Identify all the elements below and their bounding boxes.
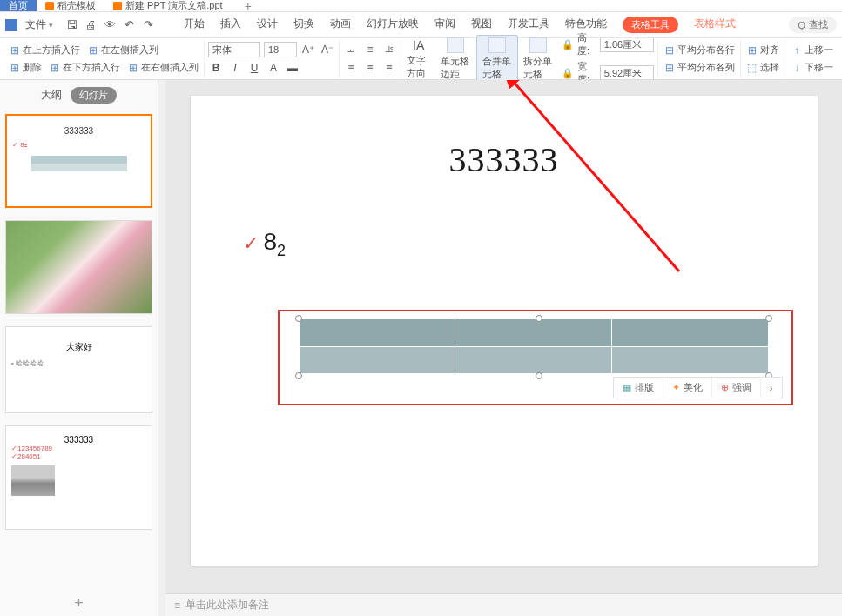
merge-cells-button[interactable]: 合并单元格 bbox=[476, 35, 518, 84]
search-box[interactable]: Q 查找 bbox=[789, 17, 837, 33]
menu-table-style[interactable]: 表格样式 bbox=[694, 17, 736, 33]
cols-icon: ⊟ bbox=[663, 62, 676, 74]
preview-icon[interactable]: 👁 bbox=[103, 18, 117, 32]
menu-design[interactable]: 设计 bbox=[257, 17, 278, 33]
resize-handle[interactable] bbox=[536, 315, 542, 322]
align-icon: ⊞ bbox=[746, 44, 758, 57]
slide-bullet[interactable]: ✓82 bbox=[243, 228, 286, 260]
distribute-cols[interactable]: ⊟平均分布各列 bbox=[662, 60, 737, 75]
thumb-line: ✓123456789 bbox=[11, 445, 146, 452]
menu-file[interactable]: 文件▾ bbox=[20, 17, 58, 32]
more-button[interactable]: › bbox=[761, 378, 782, 398]
font-color-button[interactable]: A bbox=[266, 60, 281, 76]
slide[interactable]: 333333 ✓82 ▦排版 bbox=[191, 96, 818, 566]
resize-handle[interactable] bbox=[765, 315, 772, 322]
select-button[interactable]: ⬚选择 bbox=[744, 60, 781, 75]
doc-icon bbox=[113, 2, 122, 10]
flame-icon bbox=[45, 2, 54, 10]
increase-font-icon[interactable]: A⁺ bbox=[300, 42, 316, 57]
canvas: 333333 ✓82 ▦排版 bbox=[165, 80, 842, 616]
grid-icon: ⊞ bbox=[127, 62, 139, 74]
align-mid-icon[interactable]: ≡ bbox=[362, 42, 378, 57]
emphasis-button[interactable]: ⊕强调 bbox=[712, 378, 761, 398]
star-icon: ✦ bbox=[672, 382, 680, 393]
insert-row-above[interactable]: ⊞在上方插入行 bbox=[7, 43, 82, 57]
slide-title[interactable]: 333333 bbox=[449, 139, 559, 180]
notes-bar[interactable]: ≡ 单击此处添加备注 bbox=[165, 593, 842, 616]
delete-button[interactable]: ⊞删除 bbox=[7, 60, 44, 75]
cell-margin-button[interactable]: 单元格边距 bbox=[435, 36, 475, 83]
menu-review[interactable]: 审阅 bbox=[434, 17, 455, 33]
tab-document[interactable]: 新建 PPT 演示文稿.ppt bbox=[104, 0, 232, 11]
menu-slideshow[interactable]: 幻灯片放映 bbox=[367, 17, 419, 33]
align-bot-icon[interactable]: ⫡ bbox=[381, 42, 397, 57]
align-center-icon[interactable]: ≡ bbox=[362, 60, 378, 76]
font-family-select[interactable]: 宋体 bbox=[208, 42, 260, 57]
ribbon: ⊞在上方插入行 ⊞在左侧插入列 ⊞删除 ⊞在下方插入行 ⊞在右侧插入列 宋体 1… bbox=[0, 38, 842, 80]
align-right-icon[interactable]: ≡ bbox=[381, 60, 397, 76]
slide-panel: 大纲 幻灯片 333333 ✓ 8₂ 大家好 • 哈哈哈哈 333333 ✓12… bbox=[0, 80, 158, 616]
resize-handle[interactable] bbox=[295, 372, 302, 379]
undo-icon[interactable]: ↶ bbox=[122, 18, 136, 32]
merge-icon bbox=[488, 37, 506, 53]
align-top-icon[interactable]: ⫠ bbox=[343, 42, 359, 57]
tab-outline[interactable]: 大纲 bbox=[41, 88, 62, 103]
height-input[interactable]: 1.06厘米 bbox=[600, 37, 654, 52]
lock-icon: 🔒 bbox=[562, 39, 574, 50]
redo-icon[interactable]: ↷ bbox=[141, 18, 155, 32]
menu-bar: 文件▾ 🖫 🖨 👁 ↶ ↷ 开始 插入 设计 切换 动画 幻灯片放映 审阅 视图… bbox=[0, 12, 842, 38]
resize-handle[interactable] bbox=[295, 315, 302, 322]
scrollbar[interactable] bbox=[158, 80, 165, 616]
align-button[interactable]: ⊞对齐 bbox=[744, 43, 781, 57]
move-up[interactable]: ↑上移一 bbox=[789, 43, 835, 57]
move-down[interactable]: ↓下移一 bbox=[789, 60, 835, 75]
menu-insert[interactable]: 插入 bbox=[220, 17, 241, 33]
main-area: 大纲 幻灯片 333333 ✓ 8₂ 大家好 • 哈哈哈哈 333333 ✓12… bbox=[0, 80, 842, 616]
distribute-rows[interactable]: ⊟平均分布各行 bbox=[662, 43, 737, 57]
thumb-image bbox=[11, 465, 55, 496]
thumb-title: 大家好 bbox=[11, 341, 146, 353]
tab-slides[interactable]: 幻灯片 bbox=[71, 87, 117, 104]
resize-handle[interactable] bbox=[536, 372, 542, 379]
menu-devtools[interactable]: 开发工具 bbox=[508, 17, 549, 33]
underline-button[interactable]: U bbox=[246, 60, 262, 76]
thumb-bullet: • 哈哈哈哈 bbox=[11, 358, 146, 368]
align-left-icon[interactable]: ≡ bbox=[343, 60, 359, 76]
bold-button[interactable]: B bbox=[208, 60, 224, 76]
decrease-font-icon[interactable]: A⁻ bbox=[320, 42, 335, 57]
up-icon: ↑ bbox=[791, 44, 803, 57]
grid-icon: ⊞ bbox=[9, 62, 21, 74]
slide-thumb-1[interactable]: 333333 ✓ 8₂ bbox=[5, 114, 152, 208]
slide-thumb-2[interactable] bbox=[5, 220, 152, 314]
thumb-title: 333333 bbox=[12, 126, 145, 136]
italic-button[interactable]: I bbox=[227, 60, 243, 76]
beautify-button[interactable]: ✦美化 bbox=[663, 378, 712, 398]
thumb-image bbox=[6, 221, 152, 313]
insert-col-left[interactable]: ⊞在左侧插入列 bbox=[85, 43, 160, 57]
split-cells-button[interactable]: 拆分单元格 bbox=[518, 36, 558, 83]
menu-transition[interactable]: 切换 bbox=[293, 17, 314, 33]
menu-start[interactable]: 开始 bbox=[184, 17, 205, 33]
font-size-select[interactable]: 18 bbox=[264, 42, 297, 57]
thumbnails: 333333 ✓ 8₂ 大家好 • 哈哈哈哈 333333 ✓123456789… bbox=[0, 110, 158, 591]
slide-thumb-4[interactable]: 333333 ✓123456789 ✓284651 bbox=[5, 425, 152, 530]
insert-col-right[interactable]: ⊞在右侧插入列 bbox=[125, 60, 200, 75]
layout-button[interactable]: ▦排版 bbox=[614, 378, 663, 398]
menu-view[interactable]: 视图 bbox=[471, 17, 492, 33]
tab-template[interactable]: 稻壳模板 bbox=[37, 0, 104, 11]
print-icon[interactable]: 🖨 bbox=[84, 18, 98, 32]
cell-margin-icon bbox=[447, 37, 464, 53]
rows-icon: ⊟ bbox=[663, 44, 676, 57]
text-direction-button[interactable]: IA 文字方向 bbox=[401, 37, 435, 82]
highlight-button[interactable]: ▬ bbox=[285, 60, 300, 76]
tab-add[interactable]: + bbox=[245, 0, 252, 13]
lock-icon: 🔒 bbox=[562, 68, 574, 79]
save-icon[interactable]: 🖫 bbox=[64, 18, 78, 32]
menu-animation[interactable]: 动画 bbox=[330, 17, 351, 33]
tab-home[interactable]: 首页 bbox=[0, 0, 37, 11]
slide-table[interactable] bbox=[299, 318, 769, 374]
insert-row-below[interactable]: ⊞在下方插入行 bbox=[47, 60, 122, 75]
width-input[interactable]: 5.92厘米 bbox=[600, 65, 654, 81]
add-slide-button[interactable]: + bbox=[0, 591, 158, 616]
slide-thumb-3[interactable]: 大家好 • 哈哈哈哈 bbox=[5, 326, 152, 413]
